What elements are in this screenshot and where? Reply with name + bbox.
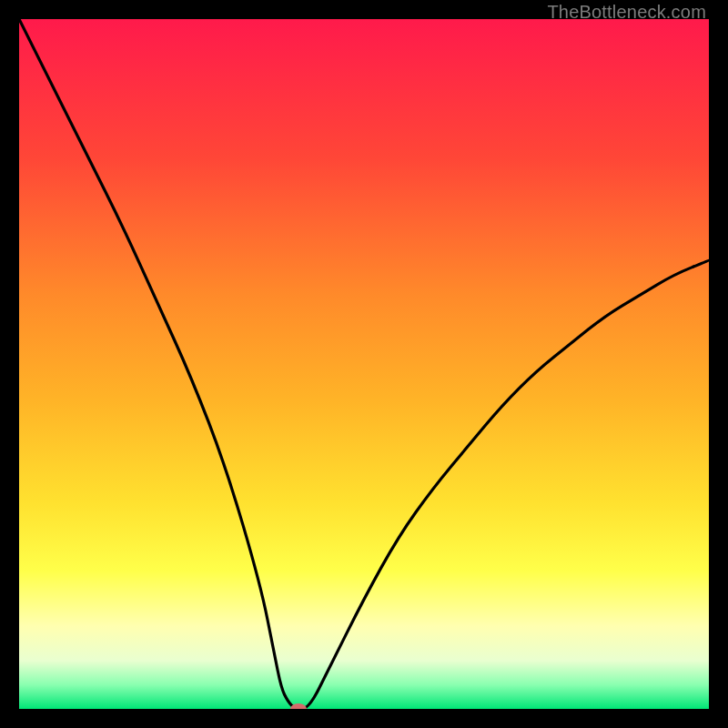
bottleneck-chart [19,19,709,709]
chart-frame [19,19,709,709]
gradient-background [19,19,709,709]
